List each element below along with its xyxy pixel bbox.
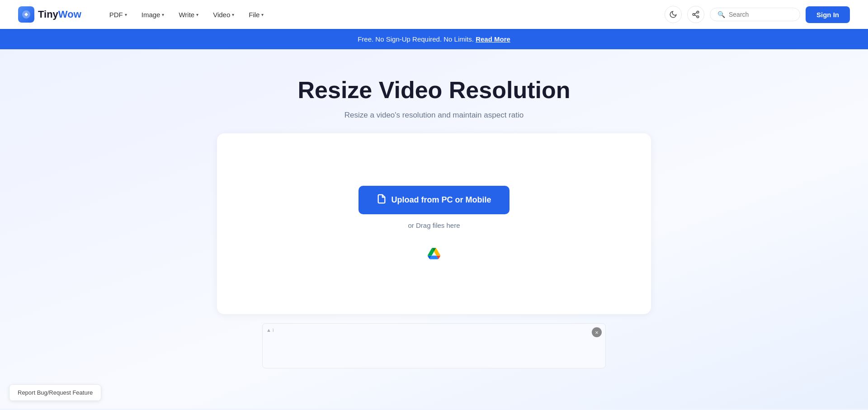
- search-box[interactable]: 🔍: [710, 8, 800, 21]
- navbar: TinyWow PDF ▾ Image ▾ Write ▾ Video ▾ Fi…: [0, 0, 868, 29]
- ad-area: ▲ i ×: [262, 323, 606, 368]
- page-subtitle: Resize a video's resolution and maintain…: [9, 111, 859, 120]
- ad-close-button[interactable]: ×: [592, 327, 602, 337]
- upload-file-icon: [377, 194, 387, 206]
- nav-video[interactable]: Video ▾: [207, 7, 241, 22]
- upload-wrapper: Upload from PC or Mobile or Drag files h…: [208, 133, 660, 368]
- svg-line-4: [694, 15, 697, 16]
- nav-file[interactable]: File ▾: [242, 7, 270, 22]
- search-icon: 🔍: [717, 11, 725, 18]
- nav-pdf[interactable]: PDF ▾: [103, 7, 133, 22]
- upload-card: Upload from PC or Mobile or Drag files h…: [217, 133, 651, 314]
- pdf-chevron-icon: ▾: [125, 12, 127, 17]
- logo-icon: [18, 6, 34, 23]
- svg-point-2: [693, 14, 695, 16]
- logo-text: TinyWow: [38, 9, 81, 20]
- search-input[interactable]: [729, 11, 793, 18]
- image-chevron-icon: ▾: [162, 12, 164, 17]
- svg-point-3: [697, 16, 699, 18]
- nav-right: 🔍 Sign In: [665, 6, 850, 23]
- banner-read-more-link[interactable]: Read More: [476, 35, 510, 43]
- page-content: Resize Video Resolution Resize a video's…: [0, 49, 868, 409]
- ad-info-label: ▲ i: [266, 327, 274, 333]
- write-chevron-icon: ▾: [196, 12, 198, 17]
- upload-button[interactable]: Upload from PC or Mobile: [359, 186, 509, 214]
- share-button[interactable]: [687, 6, 704, 23]
- drag-text: or Drag files here: [408, 221, 460, 229]
- svg-line-5: [694, 13, 697, 14]
- bug-report-button[interactable]: Report Bug/Request Feature: [9, 384, 101, 401]
- hero-section: Resize Video Resolution Resize a video's…: [0, 49, 868, 133]
- nav-image[interactable]: Image ▾: [135, 7, 171, 22]
- signin-button[interactable]: Sign In: [806, 6, 850, 23]
- nav-write[interactable]: Write ▾: [172, 7, 205, 22]
- video-chevron-icon: ▾: [232, 12, 234, 17]
- logo[interactable]: TinyWow: [18, 6, 81, 23]
- file-chevron-icon: ▾: [261, 12, 264, 17]
- banner: Free. No Sign-Up Required. No Limits. Re…: [0, 29, 868, 49]
- nav-links: PDF ▾ Image ▾ Write ▾ Video ▾ File ▾: [103, 7, 665, 22]
- page-title: Resize Video Resolution: [9, 76, 859, 104]
- dark-mode-button[interactable]: [665, 6, 682, 23]
- banner-text: Free. No Sign-Up Required. No Limits.: [358, 35, 474, 43]
- svg-point-1: [697, 11, 699, 14]
- google-drive-icon[interactable]: [428, 247, 440, 262]
